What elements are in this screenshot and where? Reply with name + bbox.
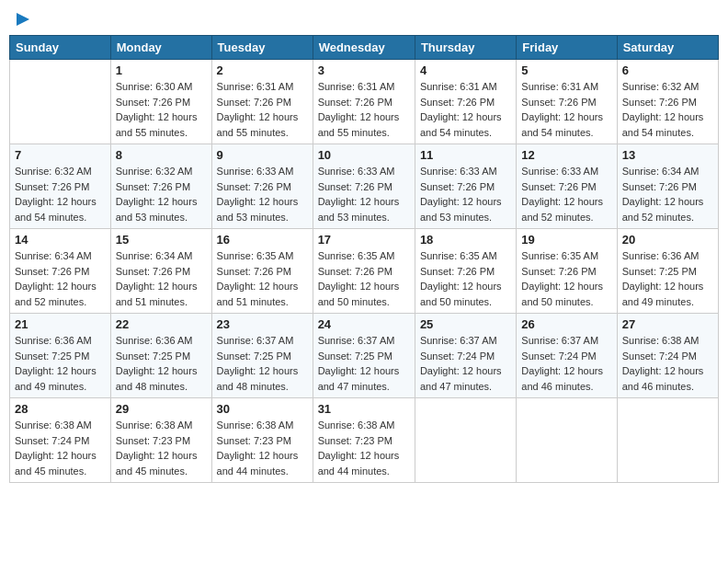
daylight: Daylight: 12 hours and 53 minutes. — [217, 196, 299, 223]
day-number: 29 — [116, 402, 207, 416]
sunset: Sunset: 7:26 PM — [15, 266, 89, 277]
cell-week1-day3: 3 Sunrise: 6:31 AM Sunset: 7:26 PM Dayli… — [313, 60, 415, 144]
day-number: 26 — [521, 317, 611, 331]
daylight: Daylight: 12 hours and 51 minutes. — [116, 281, 198, 307]
daylight: Daylight: 12 hours and 45 minutes. — [116, 450, 198, 477]
week-row-5: 28 Sunrise: 6:38 AM Sunset: 7:24 PM Dayl… — [10, 398, 719, 483]
daylight: Daylight: 12 hours and 53 minutes. — [116, 196, 198, 223]
day-info: Sunrise: 6:34 AM Sunset: 7:26 PM Dayligh… — [15, 248, 106, 309]
cell-week1-day4: 4 Sunrise: 6:31 AM Sunset: 7:26 PM Dayli… — [415, 60, 516, 144]
sunset: Sunset: 7:26 PM — [116, 97, 190, 108]
daylight: Daylight: 12 hours and 49 minutes. — [622, 281, 704, 307]
daylight: Daylight: 12 hours and 53 minutes. — [318, 196, 400, 223]
week-row-3: 14 Sunrise: 6:34 AM Sunset: 7:26 PM Dayl… — [10, 229, 719, 314]
day-number: 18 — [420, 233, 511, 247]
sunset: Sunset: 7:26 PM — [420, 266, 495, 277]
sunset: Sunset: 7:23 PM — [217, 435, 291, 446]
cell-week3-day2: 16 Sunrise: 6:35 AM Sunset: 7:26 PM Dayl… — [211, 229, 313, 314]
day-number: 23 — [217, 317, 308, 331]
logo-arrow-icon — [17, 13, 29, 26]
day-info: Sunrise: 6:38 AM Sunset: 7:23 PM Dayligh… — [318, 418, 410, 478]
cell-week5-day6 — [617, 398, 718, 483]
cell-week4-day2: 23 Sunrise: 6:37 AM Sunset: 7:25 PM Dayl… — [211, 314, 313, 398]
sunset: Sunset: 7:26 PM — [318, 266, 392, 277]
daylight: Daylight: 12 hours and 51 minutes. — [217, 281, 299, 307]
sunset: Sunset: 7:23 PM — [318, 435, 392, 446]
daylight: Daylight: 12 hours and 50 minutes. — [318, 281, 400, 307]
cell-week1-day1: 1 Sunrise: 6:30 AM Sunset: 7:26 PM Dayli… — [110, 60, 211, 144]
cell-week2-day2: 9 Sunrise: 6:33 AM Sunset: 7:26 PM Dayli… — [211, 144, 313, 229]
sunrise: Sunrise: 6:34 AM — [116, 250, 193, 261]
header-thursday: Thursday — [415, 36, 516, 60]
sunrise: Sunrise: 6:35 AM — [521, 250, 598, 261]
sunrise: Sunrise: 6:37 AM — [420, 335, 497, 346]
sunset: Sunset: 7:24 PM — [15, 435, 89, 446]
sunset: Sunset: 7:26 PM — [116, 266, 190, 277]
sunset: Sunset: 7:23 PM — [116, 435, 190, 446]
sunrise: Sunrise: 6:36 AM — [15, 335, 92, 346]
sunrise: Sunrise: 6:30 AM — [116, 81, 193, 92]
sunrise: Sunrise: 6:34 AM — [15, 250, 92, 261]
day-number: 28 — [15, 402, 106, 416]
week-row-2: 7 Sunrise: 6:32 AM Sunset: 7:26 PM Dayli… — [10, 144, 719, 229]
cell-week5-day1: 29 Sunrise: 6:38 AM Sunset: 7:23 PM Dayl… — [110, 398, 211, 483]
sunset: Sunset: 7:26 PM — [521, 266, 596, 277]
daylight: Daylight: 12 hours and 54 minutes. — [622, 111, 704, 138]
cell-week1-day5: 5 Sunrise: 6:31 AM Sunset: 7:26 PM Dayli… — [517, 60, 617, 144]
daylight: Daylight: 12 hours and 53 minutes. — [420, 196, 502, 223]
sunrise: Sunrise: 6:31 AM — [318, 81, 395, 92]
daylight: Daylight: 12 hours and 54 minutes. — [15, 196, 97, 223]
day-info: Sunrise: 6:31 AM Sunset: 7:26 PM Dayligh… — [420, 79, 511, 140]
daylight: Daylight: 12 hours and 48 minutes. — [116, 365, 198, 392]
day-number: 11 — [420, 148, 511, 162]
daylight: Daylight: 12 hours and 44 minutes. — [318, 450, 400, 477]
day-number: 2 — [217, 63, 308, 77]
cell-week1-day6: 6 Sunrise: 6:32 AM Sunset: 7:26 PM Dayli… — [617, 60, 718, 144]
sunrise: Sunrise: 6:32 AM — [622, 81, 700, 92]
day-number: 20 — [622, 233, 713, 247]
sunrise: Sunrise: 6:33 AM — [217, 166, 294, 177]
sunset: Sunset: 7:26 PM — [318, 181, 392, 192]
day-info: Sunrise: 6:37 AM Sunset: 7:25 PM Dayligh… — [217, 333, 308, 394]
day-number: 14 — [15, 233, 106, 247]
cell-week2-day1: 8 Sunrise: 6:32 AM Sunset: 7:26 PM Dayli… — [110, 144, 211, 229]
cell-week4-day1: 22 Sunrise: 6:36 AM Sunset: 7:25 PM Dayl… — [110, 314, 211, 398]
header-saturday: Saturday — [617, 36, 718, 60]
daylight: Daylight: 12 hours and 52 minutes. — [622, 196, 704, 223]
day-number: 16 — [217, 233, 308, 247]
week-row-4: 21 Sunrise: 6:36 AM Sunset: 7:25 PM Dayl… — [10, 314, 719, 398]
cell-week3-day5: 19 Sunrise: 6:35 AM Sunset: 7:26 PM Dayl… — [517, 229, 617, 314]
sunset: Sunset: 7:26 PM — [318, 97, 392, 108]
sunset: Sunset: 7:26 PM — [420, 181, 495, 192]
daylight: Daylight: 12 hours and 47 minutes. — [420, 365, 502, 392]
sunset: Sunset: 7:26 PM — [521, 181, 596, 192]
cell-week3-day1: 15 Sunrise: 6:34 AM Sunset: 7:26 PM Dayl… — [110, 229, 211, 314]
day-info: Sunrise: 6:38 AM Sunset: 7:23 PM Dayligh… — [217, 418, 308, 478]
day-info: Sunrise: 6:36 AM Sunset: 7:25 PM Dayligh… — [622, 248, 713, 309]
header-wednesday: Wednesday — [313, 36, 415, 60]
sunrise: Sunrise: 6:31 AM — [521, 81, 598, 92]
cell-week3-day0: 14 Sunrise: 6:34 AM Sunset: 7:26 PM Dayl… — [10, 229, 111, 314]
sunset: Sunset: 7:25 PM — [318, 350, 392, 362]
cell-week4-day0: 21 Sunrise: 6:36 AM Sunset: 7:25 PM Dayl… — [10, 314, 111, 398]
day-info: Sunrise: 6:32 AM Sunset: 7:26 PM Dayligh… — [622, 79, 713, 140]
sunrise: Sunrise: 6:31 AM — [217, 81, 294, 92]
daylight: Daylight: 12 hours and 54 minutes. — [420, 111, 502, 138]
day-number: 4 — [420, 63, 511, 77]
day-info: Sunrise: 6:33 AM Sunset: 7:26 PM Dayligh… — [217, 164, 308, 224]
daylight: Daylight: 12 hours and 47 minutes. — [318, 365, 400, 392]
cell-week4-day3: 24 Sunrise: 6:37 AM Sunset: 7:25 PM Dayl… — [313, 314, 415, 398]
day-number: 7 — [15, 148, 106, 162]
cell-week5-day2: 30 Sunrise: 6:38 AM Sunset: 7:23 PM Dayl… — [211, 398, 313, 483]
sunrise: Sunrise: 6:38 AM — [217, 419, 294, 431]
cell-week2-day3: 10 Sunrise: 6:33 AM Sunset: 7:26 PM Dayl… — [313, 144, 415, 229]
cell-week5-day3: 31 Sunrise: 6:38 AM Sunset: 7:23 PM Dayl… — [313, 398, 415, 483]
header-friday: Friday — [517, 36, 617, 60]
day-info: Sunrise: 6:36 AM Sunset: 7:25 PM Dayligh… — [116, 333, 207, 394]
daylight: Daylight: 12 hours and 46 minutes. — [521, 365, 603, 392]
sunset: Sunset: 7:26 PM — [622, 97, 697, 108]
cell-week2-day6: 13 Sunrise: 6:34 AM Sunset: 7:26 PM Dayl… — [617, 144, 718, 229]
sunset: Sunset: 7:24 PM — [622, 350, 697, 362]
cell-week5-day0: 28 Sunrise: 6:38 AM Sunset: 7:24 PM Dayl… — [10, 398, 111, 483]
day-number: 10 — [318, 148, 410, 162]
